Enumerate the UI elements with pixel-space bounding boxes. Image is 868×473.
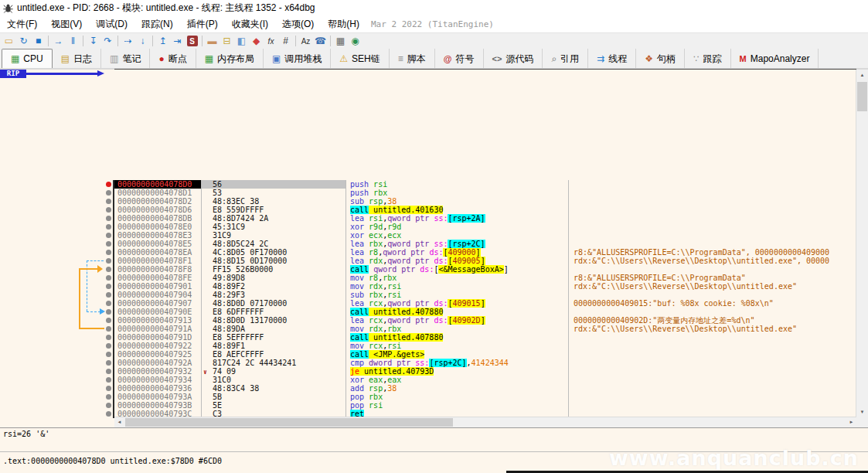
pause-button[interactable]: ‖ [66,34,80,48]
disasm-row[interactable]: 000000000040790148:89F2mov rdx,rsirdx:&"… [0,282,856,291]
breakpoint-dot[interactable] [106,199,111,204]
globe-button[interactable]: ◉ [348,34,363,48]
menu-item-trace[interactable]: 跟踪(N) [134,15,180,33]
menu-item-options[interactable]: 选项(O) [275,15,321,33]
breakpoint-dot[interactable] [106,335,111,340]
menu-item-file[interactable]: 文件(F) [0,15,44,33]
breakpoint-dot[interactable] [106,182,111,187]
breakpoint-dot[interactable] [106,369,111,374]
breakpoint-dot[interactable] [106,207,111,213]
tab-script[interactable]: ≡脚本 [390,49,435,69]
assemble-az-button[interactable]: Az [298,34,313,48]
menu-item-help[interactable]: 帮助(H) [321,15,366,33]
tab-references[interactable]: ⌕引用 [543,49,588,69]
tab-seh[interactable]: ⚠SEH链 [331,49,389,69]
disasm-row[interactable]: 00000000004078E548:8D5C24 2Clea rbx,qwor… [0,240,856,248]
scroll-left-icon[interactable]: ◄ [114,417,124,427]
vertical-scrollbar[interactable]: ▲ ▼ [856,70,868,417]
run-to-user-code-button[interactable]: ⇢ [121,34,135,48]
tab-log[interactable]: ▤日志 [53,49,101,69]
breakpoint-dot[interactable] [106,284,111,289]
hash-button[interactable]: # [278,34,293,48]
step-into-button[interactable]: ↧ [86,34,100,48]
tab-call-stack[interactable]: ▣调用堆栈 [264,49,331,69]
breakpoint-dot[interactable] [106,216,111,221]
horizontal-scrollbar[interactable]: ◄ ► [114,417,856,427]
disasm-row[interactable]: 00000000004078D056push rsi [0,180,856,189]
disasm-row[interactable]: 000000000040790748:8D0D 07170000lea rcx,… [0,299,856,308]
disasm-row[interactable]: 00000000004078E045:31C9xor r9d,r9d [0,223,856,231]
breakpoint-dot[interactable] [106,318,111,323]
breakpoint-dot[interactable] [106,233,111,238]
breakpoint-dot[interactable] [106,352,111,357]
seh-chain-button[interactable]: S [185,34,199,48]
tab-notes[interactable]: ▥笔记 [101,49,150,69]
bookmark-button[interactable]: ◆ [249,34,264,48]
restart-button[interactable]: ↻ [16,34,31,48]
breakpoint-dot[interactable] [106,292,111,298]
disasm-row[interactable]: 000000000040791348:8D0D 13170000lea rcx,… [0,316,856,325]
breakpoint-dot[interactable] [106,309,111,315]
disasm-row[interactable]: 000000000040792A817C24 2C 44434241cmp dw… [0,359,856,367]
disasm-row[interactable]: 0000000000407932∨74 09je untitled.40793D [0,367,856,376]
disasm-row[interactable]: 000000000040793A5Bpop rbx [0,393,856,401]
scroll-down-icon[interactable]: ▼ [856,407,868,417]
tab-handles[interactable]: ❖句柄 [636,49,685,69]
breakpoint-dot[interactable] [106,190,111,196]
menu-item-favourites[interactable]: 收藏夹(I) [225,15,275,33]
tab-threads[interactable]: ⇉线程 [588,49,636,69]
disasm-row[interactable]: 00000000004078EA4C:8D05 0F170000lea r8,q… [0,248,856,257]
breakpoint-dot[interactable] [106,301,111,306]
disasm-row[interactable]: 00000000004078FE49:89D8mov r8,rbxr8:&"AL… [0,274,856,282]
breakpoint-dot[interactable] [106,377,111,383]
scroll-right-icon[interactable]: ► [846,417,856,427]
breakpoint-dot[interactable] [106,411,111,417]
disasm-row[interactable]: 00000000004078F148:8D15 0D170000lea rdx,… [0,257,856,265]
calculator-button[interactable]: ▦ [333,34,348,48]
breakpoint-dot[interactable] [106,343,111,349]
patch-button[interactable]: ▬ [205,34,220,48]
menu-item-plugins[interactable]: 插件(P) [180,15,225,33]
disasm-row[interactable]: 00000000004078DB48:8D7424 2Alea rsi,qwor… [0,214,856,223]
breakpoint-dot[interactable] [106,224,111,230]
disasm-row[interactable]: 000000000040791A48:89DAmov rdx,rbxrdx:&"… [0,325,856,333]
breakpoint-dot[interactable] [106,258,111,264]
disasm-row[interactable]: 00000000004078F8FF15 526B0000call qword … [0,265,856,274]
close-button[interactable]: ■ [31,34,46,48]
breakpoint-dot[interactable] [106,403,111,408]
run-button[interactable]: → [51,34,66,48]
vertical-scroll-thumb[interactable] [857,82,867,111]
tab-memory-map[interactable]: ▦内存布局 [196,49,264,69]
breakpoint-dot[interactable] [106,394,111,400]
comment-button[interactable]: ⊟ [220,34,234,48]
disasm-row[interactable]: 000000000040792248:89F1mov rcx,rsi [0,342,856,350]
tab-source[interactable]: <>源代码 [484,49,543,69]
go-to-user-button[interactable]: ⇥ [170,34,185,48]
disassembly-view[interactable]: RIP 00000000004078D056push rsi0000000000… [0,68,868,427]
breakpoint-dot[interactable] [106,267,111,272]
label-button[interactable]: ◧ [234,34,249,48]
disasm-row[interactable]: 000000000040793431C0xor eax,eax [0,376,856,384]
disasm-row[interactable]: 00000000004078D248:83EC 38sub rsp,38 [0,197,856,206]
tab-trace[interactable]: ∵跟踪 [685,49,731,69]
breakpoint-dot[interactable] [106,250,111,255]
breakpoint-dot[interactable] [106,275,111,281]
disasm-row[interactable]: 000000000040791DE8 5EFFFFFFcall untitled… [0,333,856,342]
disasm-row[interactable]: 00000000004078D153push rbx [0,189,856,197]
scroll-up-icon[interactable]: ▲ [856,70,868,80]
disasm-row[interactable]: 00000000004078E331C9xor ecx,ecx [0,231,856,240]
breakpoint-dot[interactable] [106,386,111,391]
tab-breakpoints[interactable]: ●断点 [150,49,196,69]
horizontal-scroll-thumb[interactable] [125,418,453,427]
modules-button[interactable]: ☎ [313,34,328,48]
open-file-button[interactable]: ▭ [2,34,16,48]
disasm-row[interactable]: 000000000040790448:29F3sub rbx,rsi [0,291,856,299]
tab-cpu[interactable]: ▦CPU [2,49,53,69]
step-over-button[interactable]: ↷ [100,34,115,48]
menu-item-debug[interactable]: 调试(D) [89,15,134,33]
menu-item-view[interactable]: 视图(V) [44,15,89,33]
disasm-row[interactable]: 000000000040790EE8 6DFFFFFFcall untitled… [0,308,856,316]
disasm-row[interactable]: 00000000004078D6E8 559DFFFFcall untitled… [0,206,856,214]
breakpoint-dot[interactable] [106,326,111,332]
step-down-button[interactable]: ↓ [135,34,150,48]
